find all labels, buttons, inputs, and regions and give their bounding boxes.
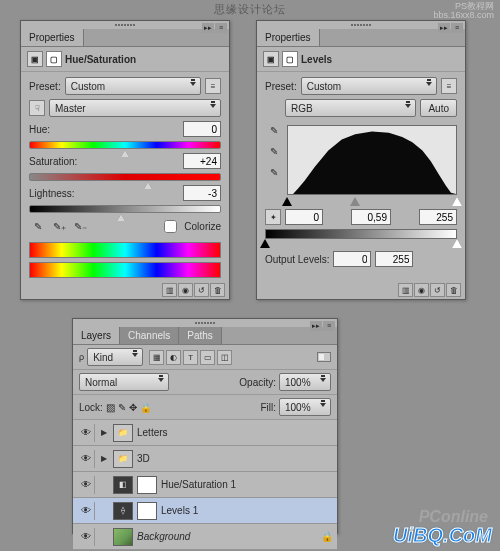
collapse-icon[interactable]: ▸▸ bbox=[310, 321, 322, 331]
reset-icon[interactable]: ↺ bbox=[194, 283, 209, 297]
eyedropper-icon[interactable]: ✎ bbox=[29, 218, 47, 236]
panel-menu-icon[interactable]: ≡ bbox=[215, 23, 227, 33]
adjustment-icon[interactable]: ▣ bbox=[27, 51, 43, 67]
lock-pixels-icon[interactable]: ✎ bbox=[118, 402, 126, 413]
panel-menu-icon[interactable]: ≡ bbox=[451, 23, 463, 33]
filter-toggle[interactable] bbox=[317, 352, 331, 362]
input-white-field[interactable] bbox=[419, 209, 457, 225]
layer-name: 3D bbox=[137, 453, 150, 464]
levels-panel: ▸▸ ≡ Properties ▣ ▢ Levels Preset: Custo… bbox=[256, 20, 466, 300]
saturation-input[interactable] bbox=[183, 153, 221, 169]
clip-icon[interactable]: ▥ bbox=[398, 283, 413, 297]
output-white-field[interactable] bbox=[375, 251, 413, 267]
output-levels-slider[interactable] bbox=[265, 239, 457, 249]
panel-grip[interactable] bbox=[21, 21, 229, 29]
tab-paths[interactable]: Paths bbox=[179, 327, 222, 344]
clip-icon[interactable]: ▥ bbox=[162, 283, 177, 297]
auto-button[interactable]: Auto bbox=[420, 99, 457, 117]
fill-field[interactable]: 100% bbox=[279, 398, 331, 416]
eyedropper-minus-icon[interactable]: ✎₋ bbox=[71, 218, 89, 236]
channel-select[interactable]: RGB bbox=[285, 99, 416, 117]
trash-icon[interactable]: 🗑 bbox=[210, 283, 225, 297]
watermark-logo: UiBQ.CoM bbox=[393, 525, 492, 545]
hue-input[interactable] bbox=[183, 121, 221, 137]
tab-properties[interactable]: Properties bbox=[21, 29, 84, 46]
filter-smart-icon[interactable]: ◫ bbox=[217, 350, 232, 365]
lock-transparent-icon[interactable]: ▨ bbox=[106, 402, 115, 413]
lock-all-icon[interactable]: 🔒 bbox=[140, 402, 152, 413]
disclosure-icon[interactable]: ▶ bbox=[101, 428, 107, 437]
visibility-icon[interactable]: 👁 bbox=[77, 502, 95, 520]
preset-menu-icon[interactable]: ≡ bbox=[441, 78, 457, 94]
preset-menu-icon[interactable]: ≡ bbox=[205, 78, 221, 94]
panel-title-row: ▣ ▢ Hue/Saturation bbox=[21, 47, 229, 72]
hue-slider[interactable] bbox=[29, 141, 221, 149]
lightness-slider[interactable] bbox=[29, 205, 221, 213]
preset-select[interactable]: Custom bbox=[301, 77, 437, 95]
filter-type-icon[interactable]: ρ bbox=[79, 352, 84, 362]
visibility-icon[interactable]: 👁 bbox=[77, 424, 95, 442]
preset-select[interactable]: Custom bbox=[65, 77, 201, 95]
layer-item-background[interactable]: 👁 Background 🔒 bbox=[73, 524, 337, 550]
lock-label: Lock: bbox=[79, 402, 103, 413]
watermark-tr-line2: bbs.16xx8.com bbox=[433, 11, 494, 20]
panel-grip[interactable] bbox=[73, 319, 337, 327]
trash-icon[interactable]: 🗑 bbox=[446, 283, 461, 297]
colorize-checkbox[interactable] bbox=[164, 220, 177, 233]
view-prev-icon[interactable]: ◉ bbox=[178, 283, 193, 297]
output-black-field[interactable] bbox=[333, 251, 371, 267]
folder-icon: 📁 bbox=[113, 450, 133, 468]
output-gradient bbox=[265, 229, 457, 239]
layer-name: Hue/Saturation 1 bbox=[161, 479, 236, 490]
collapse-icon[interactable]: ▸▸ bbox=[202, 23, 214, 33]
visibility-icon[interactable]: 👁 bbox=[77, 528, 95, 546]
layer-item-hue-sat[interactable]: 👁 ◧ Hue/Saturation 1 bbox=[73, 472, 337, 498]
targeted-adjust-icon[interactable]: ☟ bbox=[29, 100, 45, 116]
layer-item-letters[interactable]: 👁 ▶ 📁 Letters bbox=[73, 420, 337, 446]
channel-select[interactable]: Master bbox=[49, 99, 221, 117]
filter-kind-select[interactable]: Kind bbox=[87, 348, 143, 366]
disclosure-icon[interactable]: ▶ bbox=[101, 454, 107, 463]
visibility-icon[interactable]: 👁 bbox=[77, 450, 95, 468]
opacity-field[interactable]: 100% bbox=[279, 373, 331, 391]
panel-grip[interactable] bbox=[257, 21, 465, 29]
preset-value: Custom bbox=[71, 81, 105, 92]
panel-footer: ▥ ◉ ↺ 🗑 bbox=[398, 283, 461, 297]
panel-title-row: ▣ ▢ Levels bbox=[257, 47, 465, 72]
tab-properties[interactable]: Properties bbox=[257, 29, 320, 46]
preset-label: Preset: bbox=[265, 81, 297, 92]
mask-thumb-icon[interactable] bbox=[137, 502, 157, 520]
layers-filter-bar: ρ Kind ▦ ◐ T ▭ ◫ bbox=[73, 345, 337, 370]
input-gamma-field[interactable] bbox=[351, 209, 391, 225]
gray-point-eyedropper-icon[interactable]: ✎ bbox=[265, 142, 283, 160]
filter-shape-icon[interactable]: ▭ bbox=[200, 350, 215, 365]
wizard-icon[interactable]: ✦ bbox=[265, 209, 281, 225]
tab-channels[interactable]: Channels bbox=[120, 327, 179, 344]
collapse-icon[interactable]: ▸▸ bbox=[438, 23, 450, 33]
eyedropper-plus-icon[interactable]: ✎₊ bbox=[50, 218, 68, 236]
tab-layers[interactable]: Layers bbox=[73, 327, 120, 344]
saturation-slider[interactable] bbox=[29, 173, 221, 181]
white-point-eyedropper-icon[interactable]: ✎ bbox=[265, 163, 283, 181]
mask-thumb-icon[interactable] bbox=[137, 476, 157, 494]
mask-icon[interactable]: ▢ bbox=[46, 51, 62, 67]
lightness-input[interactable] bbox=[183, 185, 221, 201]
view-prev-icon[interactable]: ◉ bbox=[414, 283, 429, 297]
visibility-icon[interactable]: 👁 bbox=[77, 476, 95, 494]
lock-position-icon[interactable]: ✥ bbox=[129, 402, 137, 413]
mask-icon[interactable]: ▢ bbox=[282, 51, 298, 67]
layer-item-3d[interactable]: 👁 ▶ 📁 3D bbox=[73, 446, 337, 472]
histogram bbox=[287, 125, 457, 195]
blend-mode-select[interactable]: Normal bbox=[79, 373, 169, 391]
filter-adjust-icon[interactable]: ◐ bbox=[166, 350, 181, 365]
layer-item-levels[interactable]: 👁 ⟠ Levels 1 bbox=[73, 498, 337, 524]
input-black-field[interactable] bbox=[285, 209, 323, 225]
reset-icon[interactable]: ↺ bbox=[430, 283, 445, 297]
panel-menu-icon[interactable]: ≡ bbox=[323, 321, 335, 331]
input-levels-slider[interactable] bbox=[287, 197, 457, 207]
hue-saturation-panel: ▸▸ ≡ Properties ▣ ▢ Hue/Saturation Prese… bbox=[20, 20, 230, 300]
filter-type-layer-icon[interactable]: T bbox=[183, 350, 198, 365]
black-point-eyedropper-icon[interactable]: ✎ bbox=[265, 121, 283, 139]
adjustment-icon[interactable]: ▣ bbox=[263, 51, 279, 67]
filter-pixel-icon[interactable]: ▦ bbox=[149, 350, 164, 365]
